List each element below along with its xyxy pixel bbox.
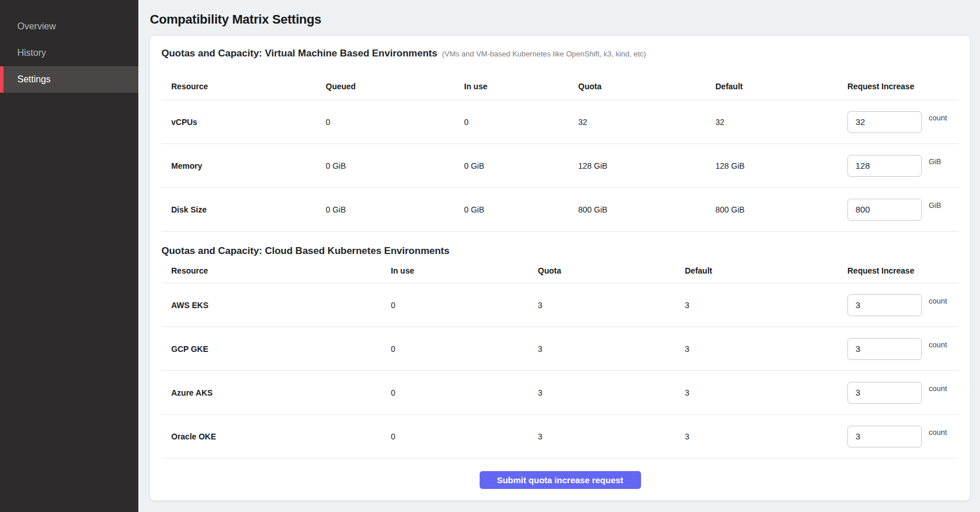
sidebar: Overview History Settings — [0, 0, 138, 512]
cloud-col-quota: Quota — [538, 266, 685, 275]
unit-label: count — [929, 297, 947, 305]
cell-quota: 128 GiB — [578, 161, 715, 170]
vcpus-request-input[interactable] — [847, 111, 922, 133]
resource-label: Oracle OKE — [161, 432, 391, 441]
cell-default: 32 — [715, 117, 847, 127]
vm-col-request-increase: Request Increase — [847, 82, 959, 91]
cell-default: 3 — [685, 344, 847, 354]
vm-col-in-use: In use — [464, 82, 578, 91]
vm-col-default: Default — [715, 82, 847, 91]
submit-quota-increase-button[interactable]: Submit quota increase request — [480, 471, 641, 489]
cell-quota: 32 — [578, 117, 715, 127]
cell-default: 3 — [685, 388, 847, 397]
resource-label: Disk Size — [161, 205, 326, 214]
main-content: Compatibility Matrix Settings Quotas and… — [138, 0, 980, 512]
table-row-aws-eks: AWS EKS 0 3 3 count — [161, 283, 959, 327]
vm-col-quota: Quota — [578, 82, 715, 91]
cell-in-use: 0 — [391, 301, 538, 310]
cell-quota: 3 — [538, 344, 685, 354]
vm-col-queued: Queued — [326, 82, 464, 91]
sidebar-item-settings[interactable]: Settings — [0, 66, 138, 93]
table-row-memory: Memory 0 GiB 0 GiB 128 GiB 128 GiB GiB — [161, 144, 959, 188]
resource-label: vCPUs — [161, 117, 326, 127]
unit-label: GiB — [929, 201, 941, 210]
cell-in-use: 0 — [391, 388, 538, 397]
resource-label: AWS EKS — [161, 301, 391, 310]
sidebar-item-overview[interactable]: Overview — [0, 13, 138, 40]
cell-in-use: 0 — [391, 344, 538, 354]
cloud-col-request-increase: Request Increase — [847, 266, 959, 275]
table-row-vcpus: vCPUs 0 0 32 32 count — [161, 100, 959, 144]
sidebar-item-history[interactable]: History — [0, 40, 138, 66]
oracle-oke-request-input[interactable] — [847, 426, 922, 447]
unit-label: count — [929, 384, 947, 393]
footer-actions: Submit quota increase request — [161, 458, 959, 501]
cell-default: 800 GiB — [715, 205, 847, 214]
unit-label: count — [929, 428, 947, 437]
vm-section-subtitle: (VMs and VM-based Kubernetes like OpenSh… — [442, 48, 646, 60]
cell-quota: 3 — [538, 432, 685, 441]
cell-in-use: 0 — [391, 432, 538, 441]
resource-label: GCP GKE — [161, 344, 391, 354]
vm-table-header: Resource Queued In use Quota Default Req… — [161, 60, 959, 100]
table-row-gcp-gke: GCP GKE 0 3 3 count — [161, 327, 959, 371]
cloud-section-heading: Quotas and Capacity: Cloud Based Kuberne… — [161, 245, 959, 257]
cell-quota: 800 GiB — [578, 205, 715, 214]
table-row-disk-size: Disk Size 0 GiB 0 GiB 800 GiB 800 GiB Gi… — [161, 188, 959, 232]
cell-queued: 0 GiB — [326, 205, 464, 214]
table-row-azure-aks: Azure AKS 0 3 3 count — [161, 371, 959, 415]
cell-quota: 3 — [538, 388, 685, 397]
cell-in-use: 0 GiB — [464, 161, 578, 170]
cell-queued: 0 — [326, 117, 464, 127]
resource-label: Memory — [161, 161, 326, 170]
unit-label: count — [929, 340, 947, 349]
cell-quota: 3 — [538, 301, 685, 310]
cell-queued: 0 GiB — [326, 161, 464, 170]
cell-default: 3 — [685, 432, 847, 441]
disk-size-request-input[interactable] — [847, 199, 922, 221]
gcp-gke-request-input[interactable] — [847, 338, 922, 360]
cloud-col-in-use: In use — [391, 266, 538, 275]
vm-col-resource: Resource — [161, 82, 326, 91]
cell-in-use: 0 GiB — [464, 205, 578, 214]
vm-section-title: Quotas and Capacity: Virtual Machine Bas… — [161, 47, 438, 59]
cell-in-use: 0 — [464, 117, 578, 127]
quota-settings-card: Quotas and Capacity: Virtual Machine Bas… — [150, 36, 970, 500]
vm-section-heading: Quotas and Capacity: Virtual Machine Bas… — [161, 47, 959, 60]
cloud-col-default: Default — [685, 266, 847, 275]
azure-aks-request-input[interactable] — [847, 382, 922, 404]
unit-label: count — [929, 113, 947, 122]
unit-label: GiB — [929, 157, 941, 166]
page-title: Compatibility Matrix Settings — [150, 12, 970, 27]
aws-eks-request-input[interactable] — [847, 294, 922, 316]
cloud-table-header: Resource In use Quota Default Request In… — [161, 257, 959, 283]
cloud-section-title: Quotas and Capacity: Cloud Based Kuberne… — [161, 245, 450, 257]
cloud-col-resource: Resource — [161, 266, 391, 275]
table-row-oracle-oke: Oracle OKE 0 3 3 count — [161, 415, 959, 458]
cell-default: 3 — [685, 301, 847, 310]
cell-default: 128 GiB — [715, 161, 847, 170]
resource-label: Azure AKS — [161, 388, 391, 397]
memory-request-input[interactable] — [847, 155, 922, 177]
